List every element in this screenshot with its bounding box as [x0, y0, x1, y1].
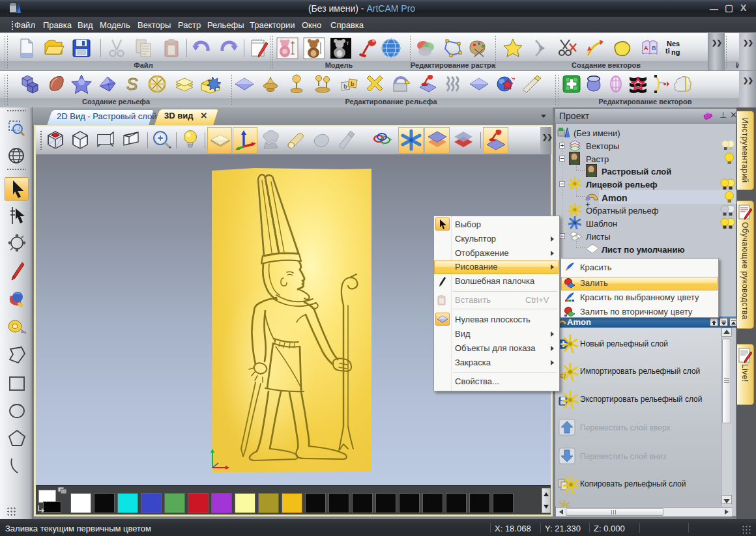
svg-text:ng: ng — [671, 48, 680, 56]
svg-text:ti: ti — [665, 47, 670, 55]
svg-text:b: b — [343, 83, 347, 90]
svg-text:A: A — [644, 45, 648, 51]
svg-text:S: S — [126, 74, 138, 94]
svg-text:b: b — [351, 81, 355, 87]
svg-text:T: T — [346, 40, 349, 46]
svg-text:B: B — [652, 45, 656, 51]
